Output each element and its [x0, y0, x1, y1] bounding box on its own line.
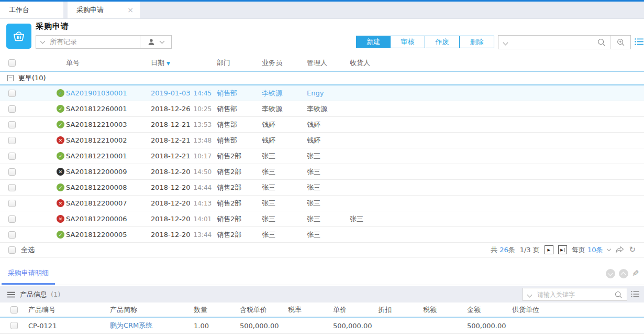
product-row-checkbox[interactable] [10, 322, 18, 329]
order-date: 2018-12-2014:50 [151, 168, 217, 176]
product-column-header-3[interactable]: 数量 [188, 305, 235, 315]
table-row[interactable]: ✕SA2018122000092018-12-2014:50销售2部张三张三 [0, 164, 644, 180]
order-number-link[interactable]: SA201812200006 [66, 215, 151, 223]
advanced-search-icon[interactable] [610, 38, 630, 47]
product-name-cell[interactable]: 鹏为CRM系统 [105, 321, 188, 330]
collapse-group-icon[interactable]: − [7, 75, 14, 81]
product-column-header-2[interactable]: 产品简称 [105, 305, 188, 315]
column-header-2[interactable]: 日期▼ [151, 58, 217, 68]
user-scope-select[interactable] [140, 35, 172, 49]
group-row-earlier[interactable]: − 更早(10) [0, 72, 644, 85]
product-header-select-all-checkbox[interactable] [10, 306, 18, 314]
table-row[interactable]: ✓SA2018122600012018-12-2610:25销售部李铁源李铁源 [0, 101, 644, 117]
row-checkbox[interactable] [8, 168, 16, 176]
order-number-link[interactable]: SA201812200009 [66, 168, 151, 176]
product-column-header-8[interactable]: 税额 [418, 305, 462, 315]
table-row[interactable]: ✓SA2018122100032018-12-2113:53销售部钱妚钱妚 [0, 117, 644, 133]
last-page-button[interactable]: ▶ [558, 245, 567, 254]
record-filter-value: 所有记录 [50, 37, 77, 47]
action-button-1[interactable]: 新建 [356, 36, 391, 48]
detail-toolbar-icons: ✎ [606, 268, 639, 278]
table-row[interactable]: ✓SA2019010300012019-01-0314:45销售部李铁源Engy [0, 85, 644, 101]
product-search-scope-dropdown[interactable] [523, 290, 536, 298]
select-all-checkbox[interactable] [8, 246, 16, 254]
order-number-link[interactable]: SA201812260001 [66, 105, 151, 113]
group-label: 更早(10) [18, 73, 46, 83]
product-column-header-5[interactable]: 税率 [283, 305, 328, 315]
search-scope-dropdown[interactable] [498, 39, 513, 46]
product-column-header-1[interactable]: 产品编号 [23, 305, 105, 315]
product-search-input[interactable] [536, 290, 610, 299]
search-icon[interactable] [610, 290, 627, 299]
row-checkbox[interactable] [8, 184, 16, 191]
table-row[interactable]: ✓SA2018122000052018-12-2013:44销售2部张三张三 [0, 227, 644, 243]
time-value: 14:01 [194, 215, 212, 223]
tab-purchase-detail[interactable]: 采购申请明细 [2, 263, 55, 285]
column-header-6[interactable]: 收货人 [350, 58, 644, 68]
row-checkbox[interactable] [8, 105, 16, 113]
row-checkbox[interactable] [8, 121, 16, 128]
action-button-group: 新建审核作废删除 [356, 36, 494, 48]
table-row[interactable]: ✕SA2018122000062018-12-2014:01销售2部张三张三张三 [0, 211, 644, 227]
table-row[interactable]: ✕SA2018122100022018-12-2113:48销售部钱妚钱妚 [0, 133, 644, 148]
column-header-4[interactable]: 业务员 [262, 58, 307, 68]
tab-workbench[interactable]: 工作台 [0, 2, 63, 18]
order-number-link[interactable]: SA201812200007 [66, 199, 151, 207]
column-settings-icon[interactable] [635, 38, 644, 47]
menu-icon[interactable] [7, 291, 15, 298]
status-rejected-icon: ✕ [57, 199, 64, 207]
order-number-link[interactable]: SA201812210002 [66, 136, 151, 144]
expand-panel-button[interactable] [619, 269, 628, 278]
edit-pencil-icon[interactable]: ✎ [632, 268, 639, 278]
record-filter-select[interactable]: 所有记录 [36, 35, 140, 49]
table-row[interactable]: ✓SA2018122000082018-12-2014:44销售2部张三张三 [0, 180, 644, 196]
order-number-link[interactable]: SA201812200008 [66, 183, 151, 191]
collapse-panel-button[interactable] [606, 269, 615, 278]
row-checkbox[interactable] [8, 231, 16, 239]
chevron-down-icon [503, 40, 508, 45]
refresh-icon[interactable]: ↻ [629, 246, 636, 254]
product-column-header-10[interactable]: 供货单位 [507, 305, 644, 315]
tab-purchase-request[interactable]: 采购申请 × [68, 2, 140, 18]
order-number-link[interactable]: SA201812210003 [66, 121, 151, 128]
product-column-header-6[interactable]: 单价 [328, 305, 373, 315]
column-header-5[interactable]: 管理人 [307, 58, 350, 68]
chevron-down-icon[interactable] [607, 247, 611, 251]
order-number-link[interactable]: SA201901030001 [66, 89, 151, 97]
action-button-3[interactable]: 作废 [425, 36, 460, 48]
window-tab-bar: 工作台 采购申请 × [0, 2, 644, 19]
order-date: 2018-12-2013:44 [151, 231, 217, 239]
per-page[interactable]: 每页 10条 [572, 245, 603, 255]
row-checkbox[interactable] [8, 200, 16, 207]
search-icon[interactable] [593, 38, 610, 47]
header-select-all-checkbox[interactable] [8, 59, 16, 67]
product-column-settings-icon[interactable] [631, 290, 639, 299]
action-button-4[interactable]: 删除 [460, 36, 494, 48]
close-tab-icon[interactable]: × [127, 6, 134, 14]
table-row[interactable]: ✓SA2018122100012018-12-2110:17销售2部张三张三 [0, 148, 644, 164]
date-value: 2018-12-20 [151, 168, 191, 176]
row-checkbox[interactable] [8, 215, 16, 223]
product-column-header-4[interactable]: 含税单价 [235, 305, 283, 315]
order-number-link[interactable]: SA201812210001 [66, 152, 151, 160]
sort-desc-icon[interactable]: ▼ [166, 61, 170, 66]
table-row[interactable]: ✕SA2018122000072018-12-2014:13销售2部张三张三 [0, 196, 644, 211]
row-checkbox[interactable] [8, 137, 16, 144]
product-column-header-9[interactable]: 金额 [462, 305, 507, 315]
order-date: 2018-12-2610:25 [151, 105, 217, 113]
row-checkbox[interactable] [8, 90, 16, 97]
product-row[interactable]: CP-0121鹏为CRM系统1.00500,000.00500,000.0050… [0, 318, 644, 334]
department-cell: 销售部 [217, 104, 262, 114]
action-button-2[interactable]: 审核 [391, 36, 425, 48]
forward-icon[interactable] [615, 246, 624, 254]
product-column-header-7[interactable]: 折扣 [373, 305, 418, 315]
column-header-1[interactable]: 单号 [66, 58, 151, 68]
next-page-button[interactable]: ▶ [545, 245, 553, 254]
order-number-link[interactable]: SA201812200005 [66, 231, 151, 239]
salesperson-cell: 李铁源 [262, 104, 307, 114]
column-header-3[interactable]: 部门 [217, 58, 262, 68]
product-info-title: 产品信息 [20, 290, 47, 299]
row-checkbox[interactable] [8, 153, 16, 160]
search-input[interactable] [513, 38, 593, 47]
time-value: 13:44 [194, 231, 212, 239]
